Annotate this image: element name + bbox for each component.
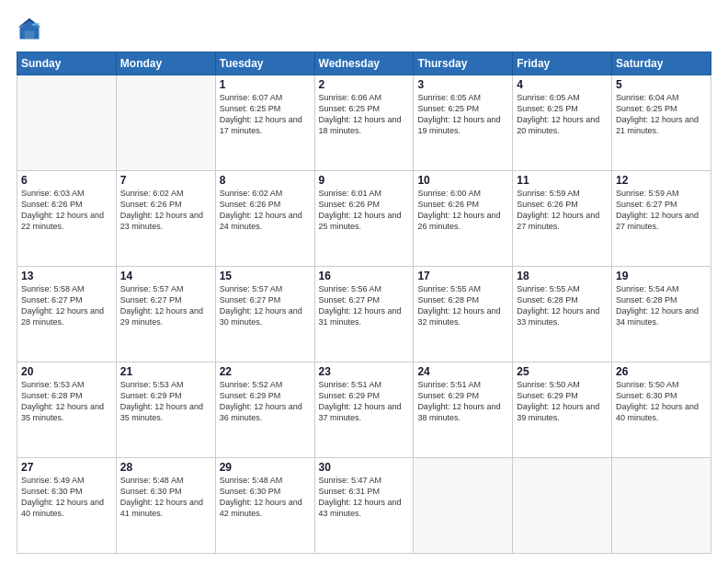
weekday-header-thursday: Thursday	[414, 52, 513, 75]
day-number: 22	[220, 365, 311, 378]
day-info: Sunrise: 5:59 AM Sunset: 6:26 PM Dayligh…	[517, 188, 608, 233]
week-row-5: 27Sunrise: 5:49 AM Sunset: 6:30 PM Dayli…	[17, 458, 711, 554]
day-number: 25	[517, 365, 608, 378]
day-info: Sunrise: 6:00 AM Sunset: 6:26 PM Dayligh…	[417, 188, 508, 233]
calendar-cell: 13Sunrise: 5:58 AM Sunset: 6:27 PM Dayli…	[17, 267, 117, 362]
day-number: 17	[417, 270, 508, 282]
header	[17, 17, 711, 42]
day-info: Sunrise: 5:52 AM Sunset: 6:29 PM Dayligh…	[220, 379, 311, 424]
weekday-header-wednesday: Wednesday	[314, 52, 414, 75]
day-info: Sunrise: 5:50 AM Sunset: 6:29 PM Dayligh…	[517, 379, 608, 424]
day-number: 28	[120, 461, 211, 474]
calendar-cell: 27Sunrise: 5:49 AM Sunset: 6:30 PM Dayli…	[17, 458, 117, 554]
calendar-cell: 15Sunrise: 5:57 AM Sunset: 6:27 PM Dayli…	[215, 267, 314, 362]
day-info: Sunrise: 5:50 AM Sunset: 6:30 PM Dayligh…	[616, 379, 707, 424]
day-info: Sunrise: 6:03 AM Sunset: 6:26 PM Dayligh…	[21, 188, 112, 233]
calendar-cell: 2Sunrise: 6:06 AM Sunset: 6:25 PM Daylig…	[314, 75, 414, 171]
day-number: 16	[319, 270, 410, 282]
page: SundayMondayTuesdayWednesdayThursdayFrid…	[0, 0, 728, 563]
day-info: Sunrise: 6:05 AM Sunset: 6:25 PM Dayligh…	[517, 92, 608, 137]
day-info: Sunrise: 5:48 AM Sunset: 6:30 PM Dayligh…	[220, 475, 311, 520]
day-info: Sunrise: 5:59 AM Sunset: 6:27 PM Dayligh…	[616, 188, 707, 233]
calendar-cell: 7Sunrise: 6:02 AM Sunset: 6:26 PM Daylig…	[116, 171, 215, 267]
calendar-cell: 11Sunrise: 5:59 AM Sunset: 6:26 PM Dayli…	[513, 171, 612, 267]
calendar-cell: 14Sunrise: 5:57 AM Sunset: 6:27 PM Dayli…	[116, 267, 215, 362]
day-number: 13	[21, 270, 112, 282]
calendar-cell: 1Sunrise: 6:07 AM Sunset: 6:25 PM Daylig…	[215, 75, 314, 171]
day-info: Sunrise: 5:57 AM Sunset: 6:27 PM Dayligh…	[220, 283, 311, 328]
calendar-cell	[612, 458, 711, 554]
day-info: Sunrise: 5:47 AM Sunset: 6:31 PM Dayligh…	[319, 475, 410, 520]
calendar-cell: 23Sunrise: 5:51 AM Sunset: 6:29 PM Dayli…	[314, 362, 414, 458]
day-number: 2	[319, 78, 410, 91]
calendar-cell	[513, 458, 612, 554]
week-row-2: 6Sunrise: 6:03 AM Sunset: 6:26 PM Daylig…	[17, 171, 711, 267]
day-number: 14	[120, 270, 211, 282]
calendar-table: SundayMondayTuesdayWednesdayThursdayFrid…	[17, 52, 711, 554]
calendar-cell: 18Sunrise: 5:55 AM Sunset: 6:28 PM Dayli…	[513, 267, 612, 362]
day-number: 29	[220, 461, 311, 474]
calendar-cell: 5Sunrise: 6:04 AM Sunset: 6:25 PM Daylig…	[612, 75, 711, 171]
week-row-4: 20Sunrise: 5:53 AM Sunset: 6:28 PM Dayli…	[17, 362, 711, 458]
day-number: 10	[417, 174, 508, 187]
weekday-header-saturday: Saturday	[612, 52, 711, 75]
logo-icon	[17, 17, 42, 42]
day-info: Sunrise: 6:07 AM Sunset: 6:25 PM Dayligh…	[220, 92, 311, 137]
day-number: 19	[616, 270, 707, 282]
calendar-cell: 21Sunrise: 5:53 AM Sunset: 6:29 PM Dayli…	[116, 362, 215, 458]
day-number: 27	[21, 461, 112, 474]
calendar-cell: 4Sunrise: 6:05 AM Sunset: 6:25 PM Daylig…	[513, 75, 612, 171]
calendar-cell: 6Sunrise: 6:03 AM Sunset: 6:26 PM Daylig…	[17, 171, 117, 267]
calendar-cell: 25Sunrise: 5:50 AM Sunset: 6:29 PM Dayli…	[513, 362, 612, 458]
calendar-cell: 9Sunrise: 6:01 AM Sunset: 6:26 PM Daylig…	[314, 171, 414, 267]
calendar-cell: 30Sunrise: 5:47 AM Sunset: 6:31 PM Dayli…	[314, 458, 414, 554]
week-row-3: 13Sunrise: 5:58 AM Sunset: 6:27 PM Dayli…	[17, 267, 711, 362]
day-number: 5	[616, 78, 707, 91]
day-number: 3	[417, 78, 508, 91]
day-info: Sunrise: 5:51 AM Sunset: 6:29 PM Dayligh…	[319, 379, 410, 424]
day-info: Sunrise: 5:54 AM Sunset: 6:28 PM Dayligh…	[616, 283, 707, 328]
day-info: Sunrise: 6:02 AM Sunset: 6:26 PM Dayligh…	[220, 188, 311, 233]
calendar-cell: 22Sunrise: 5:52 AM Sunset: 6:29 PM Dayli…	[215, 362, 314, 458]
weekday-header-tuesday: Tuesday	[215, 52, 314, 75]
day-number: 23	[319, 365, 410, 378]
day-number: 11	[517, 174, 608, 187]
calendar-cell: 24Sunrise: 5:51 AM Sunset: 6:29 PM Dayli…	[414, 362, 513, 458]
day-info: Sunrise: 6:05 AM Sunset: 6:25 PM Dayligh…	[417, 92, 508, 137]
day-info: Sunrise: 6:01 AM Sunset: 6:26 PM Dayligh…	[319, 188, 410, 233]
day-info: Sunrise: 5:57 AM Sunset: 6:27 PM Dayligh…	[120, 283, 211, 328]
day-number: 9	[319, 174, 410, 187]
calendar-cell	[414, 458, 513, 554]
day-info: Sunrise: 5:53 AM Sunset: 6:29 PM Dayligh…	[120, 379, 211, 424]
day-number: 12	[616, 174, 707, 187]
day-number: 18	[517, 270, 608, 282]
day-info: Sunrise: 6:04 AM Sunset: 6:25 PM Dayligh…	[616, 92, 707, 137]
day-info: Sunrise: 5:55 AM Sunset: 6:28 PM Dayligh…	[517, 283, 608, 328]
calendar-cell	[17, 75, 117, 171]
day-info: Sunrise: 5:58 AM Sunset: 6:27 PM Dayligh…	[21, 283, 112, 328]
day-info: Sunrise: 5:53 AM Sunset: 6:28 PM Dayligh…	[21, 379, 112, 424]
calendar-cell: 8Sunrise: 6:02 AM Sunset: 6:26 PM Daylig…	[215, 171, 314, 267]
day-number: 15	[220, 270, 311, 282]
calendar-cell: 12Sunrise: 5:59 AM Sunset: 6:27 PM Dayli…	[612, 171, 711, 267]
week-row-1: 1Sunrise: 6:07 AM Sunset: 6:25 PM Daylig…	[17, 75, 711, 171]
calendar-cell: 20Sunrise: 5:53 AM Sunset: 6:28 PM Dayli…	[17, 362, 117, 458]
calendar-cell: 17Sunrise: 5:55 AM Sunset: 6:28 PM Dayli…	[414, 267, 513, 362]
svg-rect-2	[25, 31, 35, 40]
calendar-cell: 26Sunrise: 5:50 AM Sunset: 6:30 PM Dayli…	[612, 362, 711, 458]
day-number: 30	[319, 461, 410, 474]
day-info: Sunrise: 6:02 AM Sunset: 6:26 PM Dayligh…	[120, 188, 211, 233]
calendar-cell: 10Sunrise: 6:00 AM Sunset: 6:26 PM Dayli…	[414, 171, 513, 267]
day-info: Sunrise: 6:06 AM Sunset: 6:25 PM Dayligh…	[319, 92, 410, 137]
weekday-header-friday: Friday	[513, 52, 612, 75]
calendar-cell: 16Sunrise: 5:56 AM Sunset: 6:27 PM Dayli…	[314, 267, 414, 362]
calendar-cell	[116, 75, 215, 171]
day-number: 26	[616, 365, 707, 378]
day-info: Sunrise: 5:51 AM Sunset: 6:29 PM Dayligh…	[417, 379, 508, 424]
calendar-cell: 19Sunrise: 5:54 AM Sunset: 6:28 PM Dayli…	[612, 267, 711, 362]
day-number: 7	[120, 174, 211, 187]
calendar-cell: 28Sunrise: 5:48 AM Sunset: 6:30 PM Dayli…	[116, 458, 215, 554]
day-info: Sunrise: 5:55 AM Sunset: 6:28 PM Dayligh…	[417, 283, 508, 328]
calendar-cell: 29Sunrise: 5:48 AM Sunset: 6:30 PM Dayli…	[215, 458, 314, 554]
day-number: 21	[120, 365, 211, 378]
